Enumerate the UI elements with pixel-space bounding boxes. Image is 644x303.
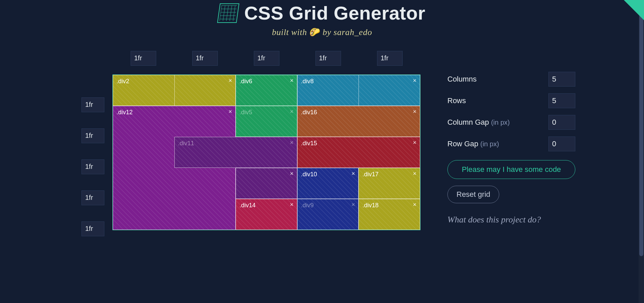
close-icon[interactable]: × — [229, 77, 232, 84]
corner-ribbon[interactable] — [624, 0, 644, 20]
close-icon[interactable]: × — [413, 108, 416, 115]
columns-label: Columns — [447, 75, 477, 84]
close-icon[interactable]: × — [290, 170, 294, 177]
row-unit-input[interactable] — [81, 97, 104, 112]
grid-block[interactable]: × — [174, 75, 236, 106]
colgap-label: Column Gap (in px) — [447, 118, 510, 127]
rows-row: Rows — [447, 93, 575, 108]
grid-block-label: .div17 — [362, 171, 378, 178]
grid-block[interactable]: .div16× — [297, 106, 420, 137]
grid-block[interactable]: × — [359, 75, 420, 106]
colgap-row: Column Gap (in px) — [447, 115, 575, 130]
grid-block-label: .div11 — [178, 140, 194, 147]
close-icon[interactable]: × — [413, 139, 416, 146]
close-icon[interactable]: × — [351, 170, 355, 177]
close-icon[interactable]: × — [290, 139, 294, 146]
close-icon[interactable]: × — [290, 201, 294, 208]
grid-block[interactable]: .div17× — [359, 168, 420, 199]
close-icon[interactable]: × — [413, 201, 416, 208]
taco-icon: 🌮 — [309, 27, 320, 37]
grid-logo-icon — [217, 3, 239, 23]
rows-label: Rows — [447, 96, 466, 105]
grid-block-label: .div8 — [301, 78, 314, 85]
subtitle-author[interactable]: by sarah_edo — [323, 27, 372, 37]
scrollbar-thumb[interactable] — [639, 0, 643, 256]
grid-block[interactable]: .div18× — [359, 199, 420, 230]
grid-block[interactable]: .div5× — [236, 106, 297, 137]
col-unit-input[interactable] — [377, 51, 403, 66]
grid-editor: .div2××.div6×.div8××.div12×.div5×.div16×… — [69, 51, 420, 230]
row-unit-input[interactable] — [81, 159, 104, 174]
project-info-link[interactable]: What does this project do? — [447, 215, 575, 225]
colgap-hint: (in px) — [491, 119, 510, 126]
close-icon[interactable]: × — [351, 201, 355, 208]
header: CSS Grid Generator built with 🌮 by sarah… — [0, 0, 644, 37]
columns-input[interactable] — [548, 72, 575, 87]
rows-input[interactable] — [548, 93, 575, 108]
grid-block-label: .div12 — [116, 109, 133, 116]
grid-canvas[interactable]: .div2××.div6×.div8××.div12×.div5×.div16×… — [112, 74, 420, 230]
close-icon[interactable]: × — [413, 77, 416, 84]
controls-panel: Columns Rows Column Gap (in px) Row Gap … — [447, 72, 575, 225]
subtitle: built with 🌮 by sarah_edo — [0, 27, 644, 37]
col-unit-input[interactable] — [131, 51, 156, 66]
row-unit-input[interactable] — [81, 190, 104, 205]
grid-block-label: .div6 — [239, 78, 252, 85]
grid-block[interactable]: × — [236, 168, 297, 199]
grid-block[interactable]: .div9× — [297, 199, 359, 230]
rowgap-row: Row Gap (in px) — [447, 137, 575, 151]
rowgap-label-text: Row Gap — [447, 140, 480, 148]
generate-code-button[interactable]: Please may I have some code — [447, 160, 575, 179]
grid-block[interactable]: .div11× — [174, 137, 297, 168]
grid-block-label: .div18 — [362, 202, 378, 209]
scrollbar[interactable] — [639, 0, 644, 303]
grid-block[interactable]: .div10× — [297, 168, 359, 199]
rowgap-hint: (in px) — [480, 140, 499, 148]
columns-row: Columns — [447, 72, 575, 87]
grid-block[interactable]: .div15× — [297, 137, 420, 168]
col-unit-input[interactable] — [254, 51, 279, 66]
row-unit-input[interactable] — [81, 221, 104, 236]
col-unit-input[interactable] — [192, 51, 218, 66]
close-icon[interactable]: × — [290, 77, 294, 84]
grid-block-label: .div5 — [239, 109, 252, 116]
grid-block-label: .div16 — [301, 109, 317, 116]
close-icon[interactable]: × — [413, 170, 416, 177]
grid-block-label: .div15 — [301, 140, 317, 147]
column-unit-inputs — [112, 51, 420, 66]
subtitle-prefix: built with — [272, 27, 309, 37]
grid-block-label: .div2 — [116, 78, 129, 85]
rowgap-label: Row Gap (in px) — [447, 140, 499, 148]
close-icon[interactable]: × — [229, 108, 232, 115]
colgap-label-text: Column Gap — [447, 118, 491, 126]
colgap-input[interactable] — [548, 115, 575, 130]
close-icon[interactable]: × — [290, 108, 294, 115]
grid-block[interactable]: .div6× — [236, 75, 297, 106]
page-title-text: CSS Grid Generator — [244, 2, 425, 24]
grid-block[interactable]: .div12× — [113, 106, 236, 230]
reset-grid-button[interactable]: Reset grid — [447, 186, 499, 203]
rowgap-input[interactable] — [548, 137, 575, 151]
grid-block-label: .div10 — [301, 171, 317, 178]
row-unit-inputs — [81, 97, 104, 252]
grid-block-label: .div14 — [239, 202, 256, 209]
page-title: CSS Grid Generator — [218, 2, 425, 24]
grid-block-label: .div9 — [301, 202, 314, 209]
col-unit-input[interactable] — [315, 51, 341, 66]
row-unit-input[interactable] — [81, 128, 104, 143]
grid-block[interactable]: .div14× — [236, 199, 297, 230]
